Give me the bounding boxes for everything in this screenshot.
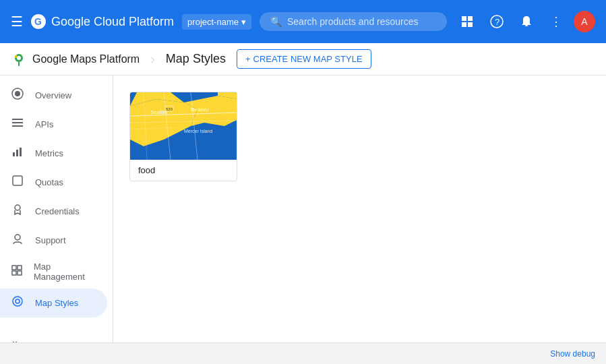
bottom-bar[interactable]: Show debug	[0, 342, 606, 364]
svg-rect-23	[12, 266, 16, 270]
svg-text:Mercer Island: Mercer Island	[184, 129, 213, 133]
more-options-button[interactable]: ⋮	[544, 9, 568, 34]
sidebar-item-map-management-label: Map Management	[34, 262, 96, 282]
svg-text:?: ?	[495, 17, 499, 27]
svg-rect-16	[12, 125, 23, 127]
sidebar-item-support[interactable]: Support	[0, 226, 107, 255]
menu-icon[interactable]: ☰	[11, 13, 23, 30]
notifications-button[interactable]	[514, 9, 539, 34]
map-thumbnail-food: Seattle Bellevu Mercer Island 520	[130, 92, 237, 160]
search-icon: 🔍	[270, 16, 282, 27]
svg-rect-20	[13, 176, 22, 185]
svg-rect-8	[525, 25, 528, 26]
main-layout: Overview APIs Metrics Quotas Credentials	[0, 75, 606, 364]
sidebar-item-apis[interactable]: APIs	[0, 110, 107, 139]
svg-rect-18	[16, 150, 18, 156]
app-name: Google Maps Platform	[32, 53, 140, 65]
svg-rect-4	[462, 22, 466, 27]
main-content: Seattle Bellevu Mercer Island 520 food	[113, 75, 606, 364]
maps-logo-icon	[11, 51, 27, 67]
sidebar-item-map-styles-label: Map Styles	[35, 298, 78, 308]
sidebar-item-map-styles[interactable]: Map Styles	[0, 289, 107, 317]
google-logo-icon: G	[31, 14, 46, 29]
svg-rect-24	[18, 266, 22, 270]
sidebar-item-quotas-label: Quotas	[35, 177, 63, 187]
svg-rect-2	[462, 16, 466, 21]
map-style-card-food[interactable]: Seattle Bellevu Mercer Island 520 food	[129, 92, 237, 181]
overview-icon	[11, 88, 24, 103]
sidebar-item-credentials-label: Credentials	[35, 206, 80, 216]
topbar-logo-area: G Google Cloud Platform	[31, 14, 174, 29]
topbar-logo-text: Google Cloud Platform	[51, 15, 174, 29]
svg-rect-5	[468, 22, 473, 27]
sidebar-item-apis-label: APIs	[35, 119, 53, 129]
svg-text:Seattle: Seattle	[150, 109, 167, 115]
search-input[interactable]	[287, 16, 436, 27]
svg-rect-3	[468, 16, 473, 21]
svg-point-21	[15, 205, 20, 210]
svg-point-13	[15, 91, 20, 96]
sidebar-item-quotas[interactable]: Quotas	[0, 168, 107, 197]
map-styles-icon	[11, 295, 24, 311]
sidebar-item-metrics[interactable]: Metrics	[0, 139, 107, 168]
svg-text:Bellevu: Bellevu	[191, 107, 208, 113]
svg-rect-26	[18, 271, 22, 275]
svg-rect-25	[12, 271, 16, 275]
svg-rect-15	[12, 122, 23, 123]
grid-apps-button[interactable]	[455, 9, 479, 34]
user-avatar[interactable]: A	[574, 11, 595, 32]
sidebar-item-support-label: Support	[35, 235, 66, 245]
map-management-icon	[11, 264, 23, 280]
topbar-actions: ? ⋮ A	[455, 9, 595, 34]
sidebar-item-map-management[interactable]: Map Management	[0, 255, 107, 289]
svg-point-28	[16, 299, 20, 303]
svg-text:G: G	[34, 16, 42, 27]
topbar: ☰ G Google Cloud Platform project-name ▾…	[0, 0, 606, 43]
apis-icon	[11, 117, 24, 132]
show-debug-label: Show debug	[550, 349, 595, 359]
sidebar-item-metrics-label: Metrics	[35, 148, 63, 158]
map-thumbnail-svg: Seattle Bellevu Mercer Island 520	[130, 92, 237, 160]
avatar-letter: A	[581, 16, 587, 27]
svg-point-27	[13, 297, 22, 306]
svg-text:520: 520	[166, 107, 173, 111]
topbar-project-selector[interactable]: project-name ▾	[182, 14, 251, 30]
create-new-map-style-button[interactable]: + CREATE NEW MAP STYLE	[237, 49, 371, 69]
sidebar-item-overview-label: Overview	[35, 90, 71, 100]
topbar-dropdown-icon: ▾	[241, 17, 246, 27]
svg-point-22	[15, 235, 20, 240]
sidebar: Overview APIs Metrics Quotas Credentials	[0, 75, 113, 364]
credentials-icon	[11, 204, 24, 219]
svg-rect-17	[13, 152, 15, 156]
page-title: Map Styles	[166, 52, 226, 66]
search-bar[interactable]: 🔍	[260, 12, 447, 31]
map-style-grid: Seattle Bellevu Mercer Island 520 food	[129, 92, 590, 181]
support-icon	[11, 233, 24, 248]
project-name: project-name	[187, 17, 239, 27]
sidebar-item-credentials[interactable]: Credentials	[0, 197, 107, 226]
divider: ›	[150, 51, 155, 67]
app-logo-area: Google Maps Platform	[11, 51, 140, 67]
svg-point-11	[15, 55, 18, 58]
create-plus-icon: +	[245, 54, 251, 64]
help-button[interactable]: ?	[485, 9, 509, 34]
metrics-icon	[11, 146, 24, 161]
map-style-label-food: food	[130, 160, 237, 181]
subheader: Google Maps Platform › Map Styles + CREA…	[0, 43, 606, 75]
sidebar-item-overview[interactable]: Overview	[0, 81, 107, 110]
quotas-icon	[11, 175, 24, 190]
svg-rect-14	[12, 119, 23, 120]
svg-rect-19	[20, 148, 22, 156]
